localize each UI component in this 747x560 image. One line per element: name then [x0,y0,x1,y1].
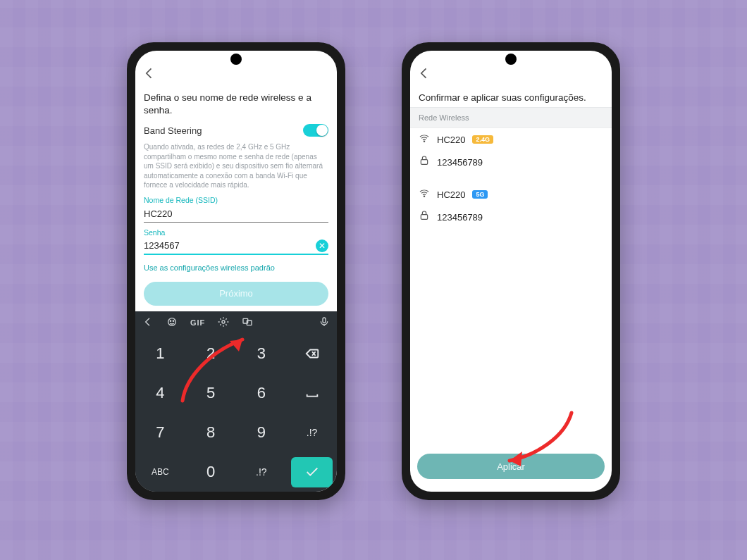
front-camera [505,54,517,65]
keyboard-toolbar: GIF [135,311,337,334]
phone-right: Confirmar e aplicar suas configurações. … [402,42,620,500]
wireless-section-header: Rede Wireless [410,107,612,128]
apply-button[interactable]: Aplicar [417,454,605,479]
key-backspace[interactable] [287,334,337,373]
ssid-input[interactable]: HC220 [144,206,328,223]
key-5[interactable]: 5 [186,373,236,412]
next-button[interactable]: Próximo [144,282,328,306]
mic-icon[interactable] [319,316,330,329]
gif-button[interactable]: GIF [190,318,205,327]
key-symbols[interactable]: .!? [287,413,337,452]
network-24-password: 123456789 [437,157,483,168]
key-8[interactable]: 8 [186,413,236,452]
key-7[interactable]: 7 [135,413,185,452]
key-6[interactable]: 6 [237,373,287,412]
key-space[interactable] [287,373,337,412]
numeric-keyboard: 1 2 3 4 5 6 7 8 9 .!? ABC 0 .!? [135,334,337,492]
svg-rect-11 [421,160,427,165]
key-3[interactable]: 3 [237,334,287,373]
network-5g-row: HC220 5G [410,183,612,206]
svg-point-1 [170,321,171,321]
wifi-icon [419,132,430,147]
svg-rect-13 [421,215,427,220]
ssid-value: HC220 [144,209,328,219]
svg-point-0 [168,318,176,326]
translate-icon[interactable] [242,316,253,329]
network-5g-name: HC220 [437,189,465,200]
network-24-row: HC220 2.4G [410,128,612,151]
settings-icon[interactable] [218,316,229,329]
ssid-label: Nome de Rede (SSID) [135,196,337,206]
chevron-left-icon[interactable] [142,316,154,329]
svg-rect-6 [323,318,326,323]
password-input[interactable]: 1234567 ✕ [144,238,328,255]
key-4[interactable]: 4 [135,373,185,412]
back-button[interactable] [142,66,156,83]
sticker-icon[interactable] [166,316,178,329]
network-5g-password-row: 123456789 [410,206,612,228]
svg-point-10 [424,141,424,142]
key-1[interactable]: 1 [135,334,185,373]
badge-5g: 5G [472,190,488,199]
network-5g-password: 123456789 [437,212,483,223]
band-steering-label: Band Steering [144,125,202,136]
phone-left: Defina o seu nome de rede wireless e a s… [127,42,345,500]
svg-point-2 [173,321,173,321]
password-label: Senha [135,228,337,238]
front-camera [230,54,242,65]
key-enter[interactable] [291,457,333,487]
page-title: Confirmar e aplicar suas configurações. [410,87,612,107]
clear-password-icon[interactable]: ✕ [316,239,328,252]
password-value: 1234567 [144,240,316,251]
badge-24g: 2.4G [472,135,493,144]
key-9[interactable]: 9 [237,413,287,452]
lock-icon [419,155,430,169]
network-24-name: HC220 [437,135,465,145]
key-abc[interactable]: ABC [135,453,185,492]
default-config-link[interactable]: Use as configurações wireless padrão [135,261,337,279]
svg-point-3 [222,321,225,323]
network-24-password-row: 123456789 [410,151,612,173]
page-title: Defina o seu nome de rede wireless e a s… [135,87,337,120]
key-2[interactable]: 2 [186,334,236,373]
band-steering-toggle[interactable] [303,124,328,137]
lock-icon [419,210,430,224]
back-button[interactable] [417,66,431,83]
wifi-icon [419,187,430,201]
svg-point-12 [424,196,424,197]
band-steering-description: Quando ativada, as redes de 2,4 GHz e 5 … [135,141,337,196]
key-punct[interactable]: .!? [237,453,287,492]
key-0[interactable]: 0 [186,453,236,492]
